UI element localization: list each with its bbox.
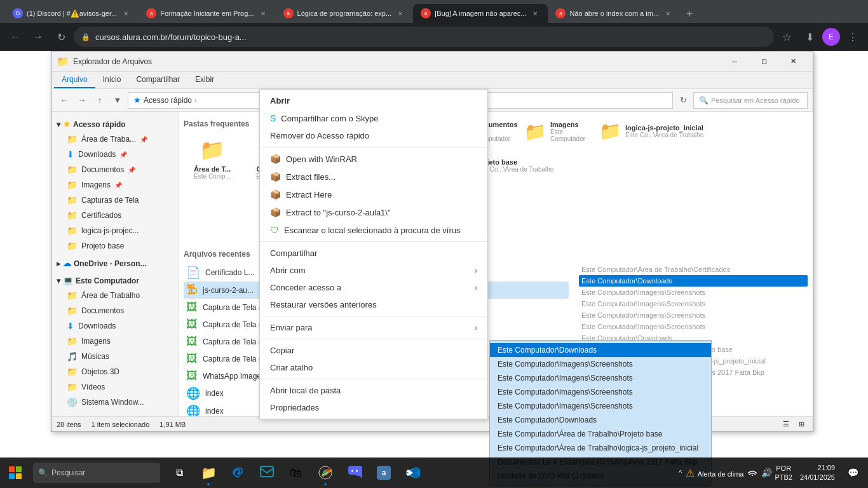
taskbar-app-alura[interactable]: a: [370, 459, 398, 487]
ctx-enviar[interactable]: Enviar para ›: [260, 319, 487, 336]
fe-up-button[interactable]: ↑: [92, 93, 107, 108]
sidebar-item-images2[interactable]: 📁 Imagens: [51, 334, 178, 349]
sidebar-item-capturas[interactable]: 📁 Capturas de Tela: [51, 193, 178, 208]
fe-recent-btn[interactable]: ▼: [110, 93, 125, 108]
ctx-extract-here[interactable]: 📦 Extract Here: [260, 186, 487, 203]
folder-item-imgs[interactable]: 📁 Imagens Este Computador: [520, 117, 590, 146]
sidebar-item-downloads[interactable]: ⬇ Downloads 📌: [51, 147, 178, 162]
taskbar-app-edge[interactable]: [224, 459, 252, 487]
clock[interactable]: 21:09 24/01/2025: [795, 463, 840, 483]
ctx-abrir-com[interactable]: Abrir com ›: [260, 262, 487, 279]
sidebar-item-documentos[interactable]: 📁 Documentos 📌: [51, 162, 178, 177]
sidebar-item-system[interactable]: 💿 Sistema Window...: [51, 395, 178, 410]
submenu-item-3[interactable]: Este Computador\Imagens\Screenshots: [490, 385, 711, 399]
sidebar-item-docs2[interactable]: 📁 Documentos: [51, 303, 178, 318]
ctx-abrir-local[interactable]: Abrir local de pasta: [260, 382, 487, 399]
tab-4-close[interactable]: ✕: [530, 8, 540, 18]
folder-item-logica2[interactable]: 📁 logica-js-projeto_inicial Este Co...\Á…: [595, 117, 710, 146]
fe-tab-inicio[interactable]: Início: [95, 72, 129, 88]
view-list-button[interactable]: ☰: [780, 418, 792, 431]
fe-tab-compartilhar[interactable]: Compartilhar: [128, 72, 187, 88]
submenu-item-4[interactable]: Este Computador\Imagens\Screenshots: [490, 399, 711, 413]
fe-back-button[interactable]: ←: [57, 93, 72, 108]
new-tab-button[interactable]: +: [681, 5, 698, 23]
fe-tab-arquivo[interactable]: Arquivo: [54, 72, 95, 88]
systray-weather[interactable]: ⚠ Alerta de clima: [686, 467, 743, 479]
ctx-abrir[interactable]: Abrir: [260, 92, 487, 109]
sidebar-item-certificados[interactable]: 📁 Certificados: [51, 208, 178, 223]
fe-forward-button[interactable]: →: [74, 93, 90, 108]
taskbar-app-fileexplorer[interactable]: 📁: [194, 459, 222, 487]
ctx-compartilhar[interactable]: Compartilhar: [260, 245, 487, 262]
fe-maximize-button[interactable]: ◻: [749, 51, 778, 72]
submenu-item-5[interactable]: Este Computador\Downloads: [490, 413, 711, 427]
submenu-item-7[interactable]: Este Computador\Área de Trabalho\logica-…: [490, 441, 711, 455]
sidebar-item-desktop[interactable]: 📁 Área de Trabalho: [51, 288, 178, 303]
systray-network[interactable]: [747, 467, 757, 478]
taskbar-app-vscode[interactable]: [399, 459, 427, 487]
downloads-button[interactable]: ⬇: [799, 27, 820, 47]
tab-3-close[interactable]: ✕: [395, 8, 405, 18]
taskbar-app-chrome[interactable]: [311, 459, 339, 487]
ctx-winrar-open[interactable]: 📦 Open with WinRAR: [260, 150, 487, 168]
sidebar-item-logica[interactable]: 📁 logica-js-projec...: [51, 223, 178, 238]
folder-item-area-trabalho[interactable]: 📁 Área de T... Este Comp...: [184, 133, 241, 184]
tab-3[interactable]: a Lógica de programação: exp... ✕: [276, 4, 414, 23]
view-grid-button[interactable]: ⊞: [795, 418, 808, 431]
fe-refresh-button[interactable]: ↻: [675, 93, 691, 108]
sidebar-header-onedrive[interactable]: ▸ ☁ OneDrive - Person...: [51, 256, 178, 271]
sidebar-item-downloads2[interactable]: ⬇ Downloads: [51, 318, 178, 334]
submenu-item-highlighted[interactable]: Este Computador\Downloads: [490, 343, 711, 357]
submenu-item-2[interactable]: Este Computador\Imagens\Screenshots: [490, 371, 711, 385]
ctx-restaurar[interactable]: Restaurar versões anteriores: [260, 296, 487, 313]
address-bar[interactable]: 🔒 cursos.alura.com.br/forum/topico-bug-a…: [74, 27, 774, 47]
ctx-copiar[interactable]: Copiar: [260, 342, 487, 359]
sidebar-item-area-trabalho[interactable]: 📁 Área de Traba... 📌: [51, 132, 178, 147]
ctx-remove-quick[interactable]: Remover do Acesso rápido: [260, 127, 487, 144]
tab-bar: D (1) Discord | #⚠️avisos-ger... ✕ a For…: [0, 0, 868, 23]
refresh-button[interactable]: ↻: [51, 27, 71, 47]
tab-1[interactable]: D (1) Discord | #⚠️avisos-ger... ✕: [5, 4, 139, 23]
systray-chevron[interactable]: ^: [679, 469, 682, 477]
locale-block: POR PTB2: [775, 464, 792, 482]
forward-button[interactable]: →: [28, 27, 48, 47]
profile-button[interactable]: E: [822, 28, 840, 46]
back-button[interactable]: ←: [5, 27, 25, 47]
tab-4[interactable]: a [Bug] A imagem não aparec... ✕: [413, 4, 548, 23]
submenu-item-1[interactable]: Este Computador\Imagens\Screenshots: [490, 357, 711, 371]
taskbar-app-discord[interactable]: [341, 459, 369, 487]
ctx-extract-files[interactable]: 📦 Extract files...: [260, 168, 487, 186]
taskbar-search-box[interactable]: 🔍 Pesquisar: [33, 463, 160, 483]
ctx-criar-atalho[interactable]: Criar atalho: [260, 359, 487, 376]
sidebar-header-computador[interactable]: ▾ 💻 Este Computador: [51, 273, 178, 288]
systray-volume[interactable]: 🔊: [761, 468, 772, 478]
sidebar-header-acesso-rapido[interactable]: ▾ ★ Acesso rápido: [51, 117, 178, 132]
fe-tab-exibir[interactable]: Exibir: [187, 72, 222, 88]
tab-5-close[interactable]: ✕: [663, 8, 673, 18]
sidebar-item-imagens[interactable]: 📁 Imagens 📌: [51, 177, 178, 193]
ctx-propriedades[interactable]: Propriedades: [260, 399, 487, 416]
submenu-item-6[interactable]: Este Computador\Área de Trabalho\Projeto…: [490, 427, 711, 441]
tab-2-close[interactable]: ✕: [258, 8, 268, 18]
sidebar-item-3d[interactable]: 📁 Objetos 3D: [51, 364, 178, 379]
sidebar-item-videos[interactable]: 📁 Vídeos: [51, 379, 178, 395]
ctx-skype[interactable]: S Compartilhar com o Skype: [260, 109, 487, 127]
taskbar-app-store[interactable]: 🛍: [282, 459, 310, 487]
tab-5[interactable]: a Não abre o index com a im... ✕: [548, 4, 681, 23]
ctx-scan-virus[interactable]: 🛡 Escanear o local selecionado à procura…: [260, 221, 487, 239]
ctx-extract-to[interactable]: 📦 Extract to "js-curso-2-aula1\": [260, 203, 487, 221]
bookmark-button[interactable]: ☆: [776, 27, 797, 47]
menu-button[interactable]: ⋮: [843, 27, 863, 47]
start-button[interactable]: [0, 458, 31, 488]
fe-close-button[interactable]: ✕: [778, 51, 808, 72]
notification-button[interactable]: 💬: [843, 458, 863, 488]
tab-2[interactable]: a Formação Iniciante em Prog... ✕: [139, 4, 275, 23]
ctx-conceder[interactable]: Conceder acesso a ›: [260, 279, 487, 296]
fe-minimize-button[interactable]: ─: [720, 51, 749, 72]
taskbar-app-taskview[interactable]: ⧉: [165, 459, 193, 487]
sidebar-item-musicas[interactable]: 🎵 Músicas: [51, 349, 178, 364]
taskbar-app-mail[interactable]: [253, 459, 281, 487]
fe-search-box[interactable]: 🔍 Pesquisar em Acesso rápido: [693, 92, 808, 109]
tab-1-close[interactable]: ✕: [121, 8, 131, 18]
sidebar-item-projeto[interactable]: 📁 Projeto base: [51, 238, 178, 254]
